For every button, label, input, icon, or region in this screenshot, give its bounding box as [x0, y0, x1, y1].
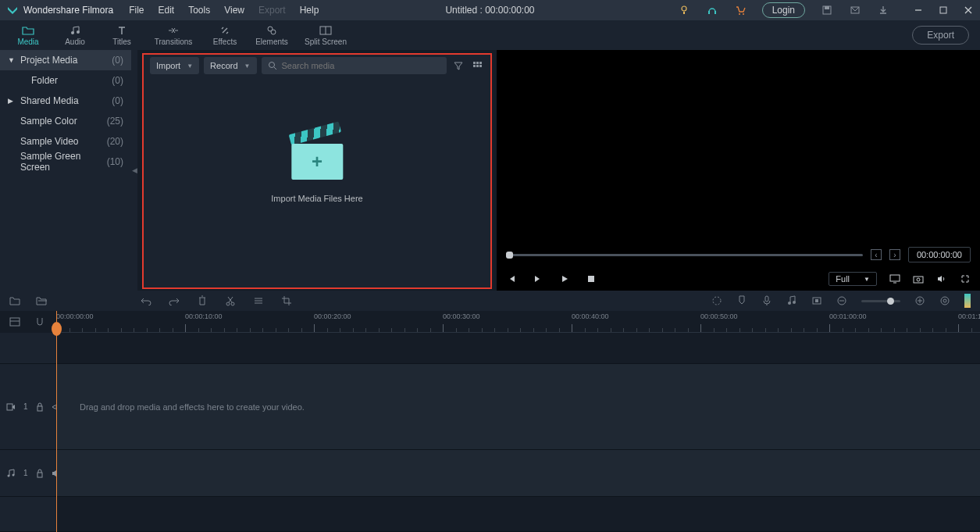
- sidebar-item-label: Project Media: [20, 55, 112, 66]
- tips-icon[interactable]: [678, 4, 690, 16]
- stop-button[interactable]: [586, 273, 597, 284]
- sidebar-item-sample-video[interactable]: Sample Video (20): [0, 131, 131, 152]
- svg-point-14: [271, 30, 276, 34]
- headphones-icon[interactable]: [706, 4, 718, 16]
- undo-icon[interactable]: [141, 295, 151, 306]
- tabbar: Media Audio Titles Transitions Effects E…: [0, 20, 980, 50]
- lock-icon[interactable]: [36, 402, 44, 412]
- svg-point-54: [12, 473, 15, 476]
- svg-rect-55: [37, 473, 42, 477]
- text-icon: [116, 25, 128, 36]
- splitter-handle[interactable]: ◀: [131, 50, 137, 291]
- tab-elements[interactable]: Elements: [248, 20, 295, 50]
- preview-scrubber[interactable]: [506, 254, 863, 256]
- keyframe-icon[interactable]: [811, 295, 822, 306]
- delete-icon[interactable]: [197, 295, 208, 306]
- playhead-handle-icon: [52, 322, 62, 336]
- open-folder-icon[interactable]: [36, 295, 47, 306]
- sidebar-item-project-media[interactable]: ▼ Project Media (0): [0, 50, 131, 70]
- record-label: Record: [210, 61, 237, 70]
- close-button[interactable]: [963, 5, 974, 16]
- tab-split-screen[interactable]: Split Screen: [295, 20, 356, 50]
- menu-edit[interactable]: Edit: [159, 5, 175, 16]
- clapperboard-icon: +: [290, 133, 344, 180]
- fit-icon[interactable]: [939, 295, 950, 306]
- step-back-button[interactable]: [506, 273, 517, 284]
- search-box[interactable]: [262, 57, 447, 74]
- tab-effects[interactable]: Effects: [201, 20, 248, 50]
- sidebar-item-sample-color[interactable]: Sample Color (25): [0, 111, 131, 131]
- next-frame-button[interactable]: ›: [889, 249, 900, 260]
- audio-track[interactable]: 1: [0, 450, 980, 497]
- render-icon[interactable]: [711, 295, 722, 306]
- titlebar: Wondershare Filmora File Edit Tools View…: [0, 0, 980, 20]
- svg-point-29: [917, 278, 920, 281]
- tab-transitions[interactable]: Transitions: [145, 20, 201, 50]
- preview-quality-dropdown[interactable]: Full▼: [829, 272, 877, 286]
- menu-view[interactable]: View: [224, 5, 244, 16]
- play-button[interactable]: [559, 273, 570, 284]
- save-icon[interactable]: [821, 4, 833, 16]
- tab-titles[interactable]: Titles: [98, 20, 145, 50]
- timeline-view-icon[interactable]: [9, 316, 20, 327]
- volume-icon[interactable]: [936, 273, 947, 284]
- video-track[interactable]: 1 Drag and drop media and effects here t…: [0, 364, 980, 450]
- import-drop-zone[interactable]: + Import Media Files Here: [271, 133, 362, 203]
- sidebar-item-label: Sample Video: [20, 136, 107, 147]
- mail-icon[interactable]: [849, 4, 861, 16]
- zoom-out-icon[interactable]: [836, 295, 847, 306]
- menu-tools[interactable]: Tools: [188, 5, 210, 16]
- svg-point-5: [743, 13, 744, 15]
- grid-view-icon[interactable]: [470, 59, 484, 73]
- sidebar-item-sample-green[interactable]: Sample Green Screen (10): [0, 152, 131, 172]
- export-button[interactable]: Export: [912, 26, 969, 45]
- media-panel: Import ▼ Record ▼ + Impo: [137, 50, 497, 291]
- menu-help[interactable]: Help: [300, 5, 319, 16]
- marker-icon[interactable]: [736, 295, 747, 306]
- cart-icon[interactable]: [734, 4, 747, 16]
- sidebar: ▼ Project Media (0) Folder (0) ▶ Shared …: [0, 50, 131, 291]
- sidebar-item-shared-media[interactable]: ▶ Shared Media (0): [0, 91, 131, 111]
- search-input[interactable]: [282, 61, 441, 70]
- menu-file[interactable]: File: [129, 5, 144, 16]
- preview-timecode: 00:00:00:00: [908, 247, 971, 262]
- snapshot-icon[interactable]: [913, 273, 924, 284]
- filter-icon[interactable]: [451, 59, 465, 73]
- redo-icon[interactable]: [169, 295, 180, 306]
- record-dropdown[interactable]: Record ▼: [204, 57, 256, 74]
- menu-export[interactable]: Export: [258, 5, 286, 16]
- fullscreen-icon[interactable]: [960, 273, 971, 284]
- maximize-button[interactable]: [938, 5, 949, 16]
- svg-point-0: [682, 6, 686, 11]
- tab-audio[interactable]: Audio: [52, 20, 98, 50]
- playhead[interactable]: [56, 311, 57, 532]
- download-icon[interactable]: [877, 4, 889, 16]
- tab-media[interactable]: Media: [5, 20, 52, 50]
- audio-mix-icon[interactable]: [786, 295, 797, 306]
- sidebar-item-folder[interactable]: Folder (0): [0, 70, 131, 91]
- svg-rect-19: [473, 62, 476, 64]
- svg-point-37: [788, 302, 791, 305]
- import-dropdown[interactable]: Import ▼: [150, 57, 199, 74]
- timeline-ruler[interactable]: 00:00:00:0000:00:10:0000:00:20:0000:00:3…: [56, 311, 980, 333]
- new-folder-icon[interactable]: [9, 295, 20, 306]
- snap-icon[interactable]: [34, 316, 45, 327]
- svg-rect-1: [683, 12, 685, 14]
- zoom-slider[interactable]: [861, 300, 900, 302]
- meter-icon[interactable]: [964, 294, 971, 308]
- adjust-icon[interactable]: [253, 295, 264, 306]
- prev-frame-button[interactable]: ‹: [871, 249, 882, 260]
- step-forward-button[interactable]: [533, 273, 543, 284]
- lock-icon[interactable]: [36, 469, 44, 478]
- zoom-in-icon[interactable]: [914, 295, 925, 306]
- track-number: 1: [23, 402, 28, 411]
- video-track-icon: [6, 403, 16, 411]
- svg-rect-28: [914, 277, 923, 283]
- cut-icon[interactable]: [225, 295, 236, 306]
- ruler-label: 00:00:30:00: [443, 312, 480, 320]
- minimize-button[interactable]: [913, 5, 924, 16]
- crop-icon[interactable]: [281, 295, 292, 306]
- voiceover-icon[interactable]: [761, 295, 772, 306]
- monitor-icon[interactable]: [889, 273, 900, 284]
- login-button[interactable]: Login: [762, 2, 805, 18]
